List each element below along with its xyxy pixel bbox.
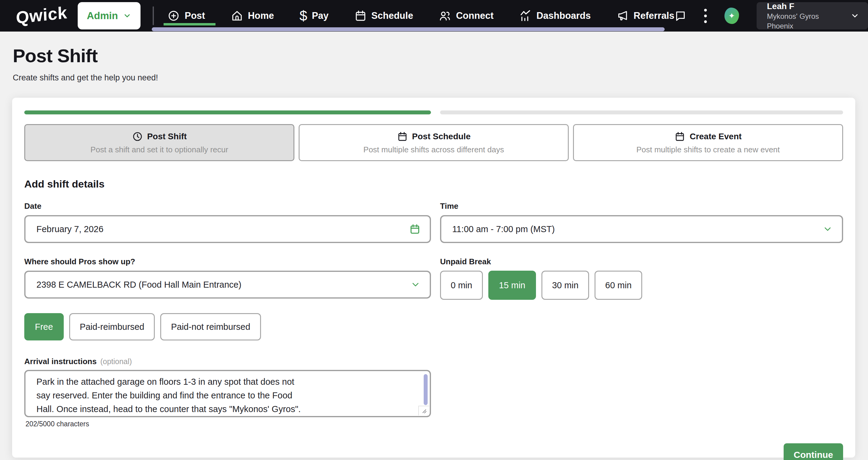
option-title: Post Schedule: [412, 132, 471, 142]
nav-label: Pay: [312, 10, 329, 21]
chevron-down-icon: [850, 11, 860, 21]
arrival-text-line: Park in the attached garage on floors 1-…: [36, 375, 411, 389]
admin-role-button[interactable]: Admin: [78, 2, 141, 29]
clock-icon: [132, 131, 143, 142]
date-input[interactable]: February 7, 2026: [24, 215, 431, 243]
unpaid-break-options: 0 min 15 min 30 min 60 min: [440, 271, 843, 300]
nav-label: Home: [248, 10, 274, 21]
megaphone-icon: [616, 9, 629, 22]
time-label: Time: [440, 202, 843, 211]
app-header: Qwick Admin Post Home $ Pay Schedule Con…: [0, 0, 868, 32]
nav-item-dashboards[interactable]: Dashboards: [519, 0, 591, 32]
parking-options: Free Paid-reimbursed Paid-not reimbursed: [24, 313, 843, 340]
progress-step-2: [440, 111, 843, 114]
textarea-resize-handle[interactable]: [418, 406, 429, 416]
location-label: Where should Pros show up?: [24, 257, 431, 267]
break-option-0-min[interactable]: 0 min: [440, 271, 483, 300]
arrival-text-line: say reserved. Enter the building and fin…: [36, 389, 411, 402]
qwick-logo: Qwick: [16, 2, 67, 28]
sparkle-icon: ✦: [724, 8, 739, 24]
main-nav: Post Home $ Pay Schedule Connect Dashboa…: [167, 0, 674, 32]
header-right-group: ✦ Leah F Mykonos' Gyros Phoenix: [674, 2, 868, 29]
location-field-group: Where should Pros show up? 2398 E CAMELB…: [24, 257, 431, 300]
dollar-icon: $: [300, 9, 307, 23]
nav-label: Connect: [456, 10, 494, 21]
break-option-30-min[interactable]: 30 min: [541, 271, 589, 300]
post-shift-panel: Post Shift Post a shift and set it to op…: [12, 98, 855, 458]
textarea-scrollbar-thumb[interactable]: [424, 374, 428, 405]
people-icon: [439, 9, 451, 22]
date-label: Date: [24, 202, 431, 211]
location-select[interactable]: 2398 E CAMELBACK RD (Food Hall Main Entr…: [24, 271, 431, 299]
nav-item-post[interactable]: Post: [167, 0, 205, 32]
option-title: Create Event: [689, 132, 741, 142]
option-title: Post Shift: [147, 132, 187, 142]
time-value: 11:00 am - 7:00 pm (MST): [452, 224, 823, 234]
admin-role-label: Admin: [87, 10, 118, 22]
continue-row: Continue: [24, 443, 843, 460]
calendar-icon: [674, 131, 685, 142]
option-card-post-shift[interactable]: Post Shift Post a shift and set it to op…: [24, 124, 294, 161]
user-menu[interactable]: Leah F Mykonos' Gyros Phoenix: [756, 2, 868, 29]
char-count: 202/5000 characters: [24, 420, 843, 428]
arrival-label: Arrival instructions: [24, 357, 96, 366]
parking-option-free[interactable]: Free: [24, 313, 64, 340]
nav-item-referrals[interactable]: Referrals: [616, 0, 674, 32]
calendar-icon: [354, 9, 367, 22]
section-title: Add shift details: [24, 178, 843, 190]
assistant-button[interactable]: ✦: [724, 8, 739, 24]
option-card-create-event[interactable]: Create Event Post multiple shifts to cre…: [573, 124, 843, 161]
time-field-group: Time 11:00 am - 7:00 pm (MST): [440, 202, 843, 243]
chat-button[interactable]: [674, 10, 686, 22]
parking-option-paid-not-reimbursed[interactable]: Paid-not reimbursed: [160, 313, 261, 340]
date-value: February 7, 2026: [36, 224, 409, 234]
chat-bubble-icon: [674, 10, 686, 22]
chevron-down-icon: [823, 224, 833, 234]
chevron-down-icon: [410, 279, 421, 290]
option-subtitle: Post a shift and set it to optionally re…: [90, 145, 228, 154]
plus-circle-icon: [167, 9, 180, 22]
calendar-icon: [397, 131, 408, 142]
chevron-down-icon: [123, 11, 131, 20]
home-icon: [231, 9, 243, 22]
option-subtitle: Post multiple shifts to create a new eve…: [637, 145, 780, 154]
arrival-label-row: Arrival instructions(optional): [24, 357, 843, 366]
nav-item-pay[interactable]: $ Pay: [300, 0, 329, 32]
arrival-optional-hint: (optional): [100, 357, 132, 366]
nav-item-connect[interactable]: Connect: [439, 0, 494, 32]
unpaid-break-label: Unpaid Break: [440, 257, 843, 267]
date-field-group: Date February 7, 2026: [24, 202, 431, 243]
nav-item-schedule[interactable]: Schedule: [354, 0, 413, 32]
arrival-instructions-textarea[interactable]: Park in the attached garage on floors 1-…: [24, 370, 431, 417]
continue-button[interactable]: Continue: [784, 443, 843, 460]
nav-label: Dashboards: [536, 10, 591, 21]
header-divider: [153, 6, 154, 25]
user-name: Leah F: [767, 1, 841, 11]
progress-step-1: [24, 111, 431, 114]
break-option-60-min[interactable]: 60 min: [594, 271, 642, 300]
bar-chart-icon: [519, 9, 532, 22]
step-progress: [24, 111, 843, 114]
header-progress-bar: [152, 27, 665, 31]
nav-label: Post: [185, 10, 205, 21]
time-select[interactable]: 11:00 am - 7:00 pm (MST): [440, 215, 843, 243]
user-org: Mykonos' Gyros Phoenix: [767, 11, 841, 30]
arrival-text-line: Hall. Once instead, head to the counter …: [36, 402, 411, 416]
parking-option-paid-reimbursed[interactable]: Paid-reimbursed: [69, 313, 155, 340]
break-option-15-min[interactable]: 15 min: [488, 271, 536, 300]
kebab-menu-icon: [704, 9, 707, 23]
page-subtitle: Create shifts and get the help you need!: [13, 73, 868, 83]
more-options-button[interactable]: [704, 9, 707, 23]
post-type-options: Post Shift Post a shift and set it to op…: [24, 124, 843, 161]
nav-label: Referrals: [634, 10, 674, 21]
nav-label: Schedule: [371, 10, 413, 21]
page-title: Post Shift: [13, 45, 868, 66]
location-value: 2398 E CAMELBACK RD (Food Hall Main Entr…: [36, 280, 410, 290]
calendar-icon[interactable]: [409, 223, 421, 235]
option-subtitle: Post multiple shifts across different da…: [363, 145, 504, 154]
option-card-post-schedule[interactable]: Post Schedule Post multiple shifts acros…: [299, 124, 569, 161]
unpaid-break-group: Unpaid Break 0 min 15 min 30 min 60 min: [440, 257, 843, 300]
resize-grip-icon: [421, 407, 427, 414]
nav-item-home[interactable]: Home: [231, 0, 274, 32]
page-head: Post Shift Create shifts and get the hel…: [0, 32, 868, 83]
